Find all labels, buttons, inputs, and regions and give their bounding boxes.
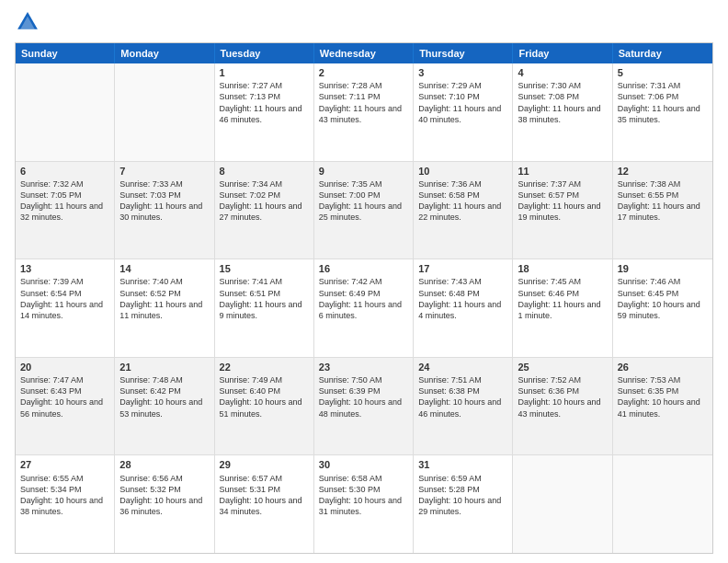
calendar-header-saturday: Saturday [613, 43, 712, 63]
calendar-page: SundayMondayTuesdayWednesdayThursdayFrid… [0, 0, 728, 563]
calendar-week-5: 27Sunrise: 6:55 AM Sunset: 5:34 PM Dayli… [16, 455, 712, 553]
day-info: Sunrise: 7:49 AM Sunset: 6:40 PM Dayligh… [220, 374, 309, 419]
day-number: 10 [418, 165, 507, 178]
day-number: 22 [220, 361, 309, 373]
calendar-day-15: 15Sunrise: 7:41 AM Sunset: 6:51 PM Dayli… [215, 259, 314, 357]
day-info: Sunrise: 7:28 AM Sunset: 7:11 PM Dayligh… [319, 80, 408, 125]
calendar-week-4: 20Sunrise: 7:47 AM Sunset: 6:43 PM Dayli… [16, 358, 712, 456]
day-number: 12 [618, 165, 708, 178]
day-info: Sunrise: 7:38 AM Sunset: 6:55 PM Dayligh… [618, 178, 708, 224]
day-number: 1 [220, 66, 309, 79]
day-number: 2 [319, 66, 408, 79]
calendar-header-tuesday: Tuesday [215, 43, 314, 63]
day-number: 23 [319, 361, 408, 373]
calendar-day-27: 27Sunrise: 6:55 AM Sunset: 5:34 PM Dayli… [16, 455, 115, 553]
day-info: Sunrise: 7:52 AM Sunset: 6:36 PM Dayligh… [518, 374, 607, 419]
calendar-day-3: 3Sunrise: 7:29 AM Sunset: 7:10 PM Daylig… [414, 63, 513, 161]
calendar-day-23: 23Sunrise: 7:50 AM Sunset: 6:39 PM Dayli… [314, 358, 414, 455]
day-number: 9 [319, 165, 408, 178]
calendar-header-friday: Friday [513, 43, 612, 63]
day-number: 7 [119, 165, 209, 178]
calendar-day-13: 13Sunrise: 7:39 AM Sunset: 6:54 PM Dayli… [16, 259, 115, 357]
calendar-day-8: 8Sunrise: 7:34 AM Sunset: 7:02 PM Daylig… [215, 162, 314, 259]
day-number: 25 [518, 361, 607, 373]
day-number: 13 [20, 262, 109, 275]
day-info: Sunrise: 7:42 AM Sunset: 6:49 PM Dayligh… [319, 276, 408, 321]
day-info: Sunrise: 6:59 AM Sunset: 5:28 PM Dayligh… [418, 473, 507, 518]
calendar-day-20: 20Sunrise: 7:47 AM Sunset: 6:43 PM Dayli… [16, 358, 115, 455]
day-number: 5 [618, 66, 708, 79]
day-info: Sunrise: 7:37 AM Sunset: 6:57 PM Dayligh… [518, 178, 607, 224]
day-info: Sunrise: 7:39 AM Sunset: 6:54 PM Dayligh… [20, 276, 109, 321]
day-info: Sunrise: 7:47 AM Sunset: 6:43 PM Dayligh… [20, 374, 109, 419]
day-info: Sunrise: 7:50 AM Sunset: 6:39 PM Dayligh… [319, 374, 408, 419]
calendar-day-19: 19Sunrise: 7:46 AM Sunset: 6:45 PM Dayli… [613, 259, 712, 357]
day-number: 4 [518, 66, 607, 79]
day-number: 15 [220, 262, 309, 275]
day-info: Sunrise: 6:56 AM Sunset: 5:32 PM Dayligh… [119, 473, 209, 518]
calendar-day-9: 9Sunrise: 7:35 AM Sunset: 7:00 PM Daylig… [314, 162, 414, 259]
calendar-header-wednesday: Wednesday [314, 43, 414, 63]
calendar-day-6: 6Sunrise: 7:32 AM Sunset: 7:05 PM Daylig… [16, 162, 115, 259]
day-number: 8 [220, 165, 309, 178]
day-info: Sunrise: 7:45 AM Sunset: 6:46 PM Dayligh… [518, 276, 607, 321]
calendar-day-12: 12Sunrise: 7:38 AM Sunset: 6:55 PM Dayli… [613, 162, 712, 259]
calendar-day-16: 16Sunrise: 7:42 AM Sunset: 6:49 PM Dayli… [314, 259, 414, 357]
calendar-header-monday: Monday [115, 43, 214, 63]
calendar-day-18: 18Sunrise: 7:45 AM Sunset: 6:46 PM Dayli… [513, 259, 612, 357]
calendar-day-2: 2Sunrise: 7:28 AM Sunset: 7:11 PM Daylig… [314, 63, 414, 161]
calendar-empty-cell [115, 63, 214, 161]
day-number: 28 [119, 458, 209, 471]
day-info: Sunrise: 6:58 AM Sunset: 5:30 PM Dayligh… [319, 473, 408, 518]
calendar-day-22: 22Sunrise: 7:49 AM Sunset: 6:40 PM Dayli… [215, 358, 314, 455]
day-info: Sunrise: 7:30 AM Sunset: 7:08 PM Dayligh… [518, 80, 607, 125]
day-number: 14 [119, 262, 209, 275]
calendar-day-29: 29Sunrise: 6:57 AM Sunset: 5:31 PM Dayli… [215, 455, 314, 553]
calendar-day-1: 1Sunrise: 7:27 AM Sunset: 7:13 PM Daylig… [215, 63, 314, 161]
calendar-day-4: 4Sunrise: 7:30 AM Sunset: 7:08 PM Daylig… [513, 63, 612, 161]
day-number: 21 [119, 361, 209, 373]
calendar-day-24: 24Sunrise: 7:51 AM Sunset: 6:38 PM Dayli… [414, 358, 513, 455]
day-info: Sunrise: 7:46 AM Sunset: 6:45 PM Dayligh… [618, 276, 708, 321]
day-number: 3 [418, 66, 507, 79]
day-info: Sunrise: 6:55 AM Sunset: 5:34 PM Dayligh… [20, 473, 109, 518]
calendar: SundayMondayTuesdayWednesdayThursdayFrid… [15, 42, 713, 554]
calendar-day-31: 31Sunrise: 6:59 AM Sunset: 5:28 PM Dayli… [414, 455, 513, 553]
day-info: Sunrise: 6:57 AM Sunset: 5:31 PM Dayligh… [220, 473, 309, 518]
calendar-empty-cell [16, 63, 115, 161]
calendar-header-sunday: Sunday [16, 43, 115, 63]
day-info: Sunrise: 7:27 AM Sunset: 7:13 PM Dayligh… [220, 80, 309, 125]
day-number: 17 [418, 262, 507, 275]
day-info: Sunrise: 7:53 AM Sunset: 6:35 PM Dayligh… [618, 374, 708, 419]
day-number: 6 [20, 165, 109, 178]
calendar-week-1: 1Sunrise: 7:27 AM Sunset: 7:13 PM Daylig… [16, 63, 712, 162]
day-number: 31 [418, 458, 507, 471]
calendar-body: 1Sunrise: 7:27 AM Sunset: 7:13 PM Daylig… [16, 63, 712, 553]
calendar-week-2: 6Sunrise: 7:32 AM Sunset: 7:05 PM Daylig… [16, 162, 712, 260]
day-number: 18 [518, 262, 607, 275]
calendar-day-17: 17Sunrise: 7:43 AM Sunset: 6:48 PM Dayli… [414, 259, 513, 357]
day-info: Sunrise: 7:29 AM Sunset: 7:10 PM Dayligh… [418, 80, 507, 125]
day-info: Sunrise: 7:32 AM Sunset: 7:05 PM Dayligh… [20, 178, 109, 224]
day-number: 16 [319, 262, 408, 275]
day-number: 27 [20, 458, 109, 471]
logo [15, 9, 44, 35]
day-number: 11 [518, 165, 607, 178]
day-number: 26 [618, 361, 708, 373]
day-info: Sunrise: 7:51 AM Sunset: 6:38 PM Dayligh… [418, 374, 507, 419]
calendar-day-5: 5Sunrise: 7:31 AM Sunset: 7:06 PM Daylig… [613, 63, 712, 161]
day-info: Sunrise: 7:40 AM Sunset: 6:52 PM Dayligh… [119, 276, 209, 321]
calendar-day-11: 11Sunrise: 7:37 AM Sunset: 6:57 PM Dayli… [513, 162, 612, 259]
calendar-day-21: 21Sunrise: 7:48 AM Sunset: 6:42 PM Dayli… [115, 358, 214, 455]
day-number: 24 [418, 361, 507, 373]
day-info: Sunrise: 7:34 AM Sunset: 7:02 PM Dayligh… [220, 178, 309, 224]
calendar-day-7: 7Sunrise: 7:33 AM Sunset: 7:03 PM Daylig… [115, 162, 214, 259]
day-number: 29 [220, 458, 309, 471]
day-info: Sunrise: 7:31 AM Sunset: 7:06 PM Dayligh… [618, 80, 708, 125]
day-info: Sunrise: 7:48 AM Sunset: 6:42 PM Dayligh… [119, 374, 209, 419]
calendar-day-25: 25Sunrise: 7:52 AM Sunset: 6:36 PM Dayli… [513, 358, 612, 455]
calendar-week-3: 13Sunrise: 7:39 AM Sunset: 6:54 PM Dayli… [16, 259, 712, 358]
day-info: Sunrise: 7:41 AM Sunset: 6:51 PM Dayligh… [220, 276, 309, 321]
day-number: 19 [618, 262, 708, 275]
day-number: 30 [319, 458, 408, 471]
